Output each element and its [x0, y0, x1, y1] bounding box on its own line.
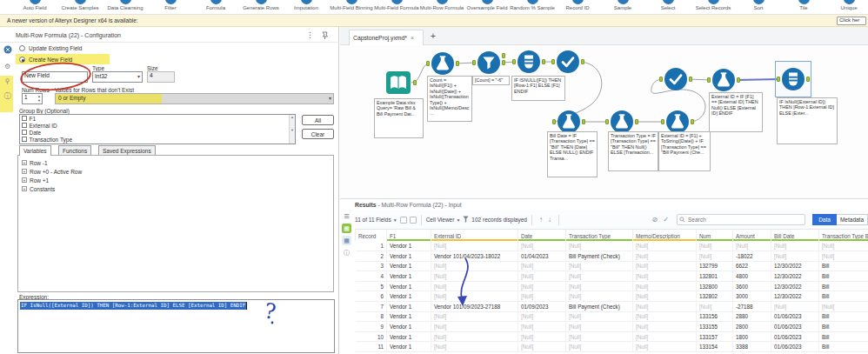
checkbox-icon[interactable] — [22, 116, 27, 121]
input-anchor[interactable] — [551, 59, 555, 64]
palette-tool-auto-field[interactable]: Auto Field — [12, 0, 57, 11]
tree-item-constants[interactable]: +Constants — [22, 184, 333, 193]
tool-formula-transaction-type[interactable] — [611, 110, 633, 133]
column-header-bill-date[interactable]: Bill Date — [771, 230, 819, 241]
palette-tool-tile[interactable]: Tile — [781, 0, 826, 11]
arrow-up-icon[interactable]: ↑ — [539, 216, 543, 224]
tool-multi-row-formula-external-id[interactable] — [782, 68, 805, 90]
palette-tool-create-samples[interactable]: Create Samples — [57, 0, 103, 11]
checkbox-icon[interactable] — [22, 137, 27, 142]
palette-tool-multi-field-binning[interactable]: Multi-Field Binning — [329, 0, 374, 11]
column-header-num[interactable]: Num — [697, 230, 733, 241]
num-rows-stepper[interactable]: 1 ▲▼ — [22, 93, 43, 104]
table-row[interactable]: 3Vendor 1[Null][Null][Null][Null]1327996… — [356, 261, 868, 271]
output-anchor[interactable] — [542, 59, 545, 64]
checkbox-icon[interactable] — [22, 144, 27, 144]
fields-dropdown[interactable]: 11 of 11 Fields — [355, 217, 391, 223]
tool-select-2[interactable] — [664, 68, 687, 90]
false-output-anchor[interactable] — [502, 53, 505, 58]
wrench-icon[interactable] — [3, 45, 12, 55]
output-anchor[interactable] — [413, 80, 417, 85]
filter-funnel-icon[interactable] — [463, 216, 469, 224]
column-header-transaction-type-bill[interactable]: Transaction Type Bill — [819, 230, 868, 241]
column-header-f1[interactable]: F1 — [387, 230, 431, 241]
output-anchor[interactable] — [502, 60, 505, 65]
palette-tool-record-id[interactable]: Record ID — [555, 0, 600, 11]
group-field-date[interactable]: Date — [20, 129, 295, 136]
clear-button[interactable]: Clear — [302, 129, 334, 139]
tab-variables[interactable]: Variables — [19, 145, 51, 156]
group-field-transaction-type[interactable]: Transaction Type — [20, 136, 295, 143]
palette-tool-filter[interactable]: Filter — [148, 0, 193, 11]
type-dropdown[interactable]: Int32▾ — [92, 71, 143, 83]
palette-tool-formula[interactable]: Formula — [193, 0, 238, 11]
tool-select-1[interactable] — [557, 50, 579, 73]
table-row[interactable]: 10Vendor 1[Null][Null][Null][Null]133157… — [356, 331, 868, 342]
tree-item-row-1[interactable]: +Row +1 — [22, 176, 333, 184]
arrow-down-icon[interactable]: ↓ — [548, 216, 551, 224]
output-anchor[interactable] — [581, 59, 584, 64]
expand-icon[interactable]: + — [22, 160, 27, 165]
all-button[interactable]: All — [302, 115, 334, 125]
size-input[interactable]: 4 — [147, 71, 175, 83]
table-row[interactable]: 11Vendor 1[Null][Null][Null][Null]133154… — [356, 342, 868, 352]
palette-tool-select[interactable]: Select — [645, 0, 691, 11]
column-header-memo-description[interactable]: Memo/Description — [633, 230, 697, 241]
column-header-date[interactable]: Date — [518, 230, 566, 241]
column-header-external-id[interactable]: External ID — [431, 230, 518, 241]
update-existing-field-radio[interactable] — [19, 45, 25, 51]
output-anchor[interactable] — [689, 77, 692, 82]
save-icon[interactable] — [410, 217, 417, 224]
input-anchor[interactable] — [552, 119, 556, 124]
palette-tool-data-cleansing[interactable]: Data Cleansing — [103, 0, 148, 11]
table-row[interactable]: 1Vendor 1[Null][Null][Null][Null][Null][… — [356, 241, 868, 251]
palette-tool-sort[interactable]: Sort — [736, 0, 781, 11]
input-anchor[interactable] — [661, 119, 664, 124]
input-anchor[interactable] — [512, 59, 516, 64]
data-tab-button[interactable]: Data — [812, 214, 837, 225]
results-table[interactable]: RecordF1External IDDateTransaction TypeM… — [355, 230, 868, 352]
kebab-menu-icon[interactable]: ⋮ — [306, 30, 314, 39]
output-anchor[interactable] — [691, 119, 694, 124]
group-field-external-id[interactable]: External ID — [20, 122, 295, 129]
table-row[interactable]: 9Vendor 1[Null][Null][Null][Null]1331552… — [356, 322, 868, 332]
tool-formula-external-id[interactable] — [666, 110, 689, 133]
tag-icon[interactable]: ⚲ — [3, 77, 12, 86]
list-view-icon[interactable]: ☰ — [342, 211, 351, 221]
table-row[interactable]: 8Vendor 1[Null][Null][Null][Null]1331562… — [356, 311, 868, 322]
tool-formula-bill-date[interactable] — [558, 110, 580, 133]
new-tab-button[interactable]: + — [431, 31, 436, 41]
close-icon[interactable]: × — [411, 35, 414, 41]
workflow-tab[interactable]: CapstoneProj.yxmd* × — [349, 30, 424, 45]
group-by-scrollbar[interactable]: ▲▼ — [289, 115, 295, 144]
apply-check-icon[interactable]: ✓ — [663, 216, 669, 224]
values-dropdown[interactable]: 0 or Empty ▾ — [55, 93, 334, 104]
help-icon[interactable]: ⓘ — [3, 91, 12, 101]
column-header-transaction-type[interactable]: Transaction Type — [566, 230, 633, 241]
workflow-canvas[interactable]: Example Data.xlsx Query= 'Raw Bill & Bil… — [340, 45, 868, 198]
copy-icon[interactable] — [400, 217, 407, 224]
output-anchor[interactable] — [806, 77, 810, 82]
tree-item-row-1[interactable]: +Row -1 — [22, 158, 333, 167]
cell-viewer-dropdown[interactable]: Cell Viewer — [426, 217, 455, 223]
group-by-list[interactable]: F1External IDDateTransaction TypeMemo/De… — [19, 114, 296, 144]
palette-tool-sample[interactable]: Sample — [600, 0, 645, 11]
palette-tool-multi-field-formula[interactable]: Multi-Field Formula — [374, 0, 419, 11]
input-anchor[interactable] — [777, 77, 780, 82]
tool-formula-external-id-null[interactable] — [712, 69, 735, 91]
table-view-active-icon[interactable]: ▦ — [342, 224, 351, 233]
gear-icon[interactable]: ⚙ — [3, 62, 12, 71]
checkbox-icon[interactable] — [22, 123, 27, 128]
table-row[interactable]: 6Vendor 1[Null][Null][Null][Null]1328023… — [356, 291, 868, 302]
table-row[interactable]: 4Vendor 1[Null][Null][Null][Null]1328014… — [356, 271, 868, 282]
pin-icon[interactable] — [322, 31, 328, 41]
click-here-button[interactable]: Click her — [837, 17, 866, 25]
palette-tool-random-sample[interactable]: Random % Sample — [510, 0, 555, 11]
stepper-arrows-icon[interactable]: ▲▼ — [37, 94, 41, 103]
output-anchor[interactable] — [456, 61, 459, 66]
metadata-tab-button[interactable]: Metadata — [837, 214, 868, 225]
input-anchor[interactable] — [426, 61, 430, 66]
group-field-f1[interactable]: F1 — [20, 115, 295, 122]
input-anchor[interactable] — [659, 77, 663, 82]
output-anchor[interactable] — [582, 119, 585, 124]
